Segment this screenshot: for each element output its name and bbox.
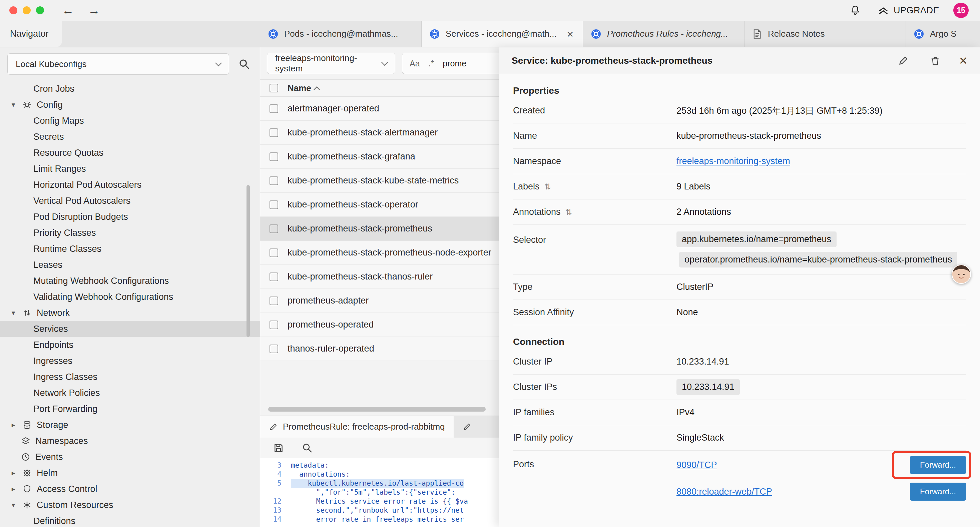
- regex-toggle[interactable]: .*: [429, 59, 434, 68]
- expand-icon[interactable]: ⇅: [544, 182, 551, 191]
- sidebar-item-network[interactable]: ▾ Network: [0, 305, 260, 321]
- row-checkbox[interactable]: [269, 320, 278, 329]
- sidebar-item-definitions[interactable]: Definitions: [0, 513, 260, 527]
- dock-tab-prometheusrule[interactable]: PrometheusRule: freeleaps-prod-rabbitmq: [260, 416, 454, 438]
- window-controls: [0, 6, 44, 14]
- sidebar-item-validating-webhook-configurations[interactable]: Validating Webhook Configurations: [0, 289, 260, 305]
- search-icon[interactable]: [299, 439, 315, 456]
- expand-icon[interactable]: ⇅: [565, 207, 572, 217]
- sidebar-item-mutating-webhook-configurations[interactable]: Mutating Webhook Configurations: [0, 273, 260, 289]
- upgrade-button[interactable]: UPGRADE: [878, 5, 939, 16]
- sidebar-item-port-forwarding[interactable]: Port Forwarding: [0, 401, 260, 417]
- back-button[interactable]: ←: [62, 4, 74, 16]
- line-number: 4: [260, 470, 291, 479]
- sidebar-item-ingress-classes[interactable]: Ingress Classes: [0, 369, 260, 385]
- tab-prometheus-rules[interactable]: Prometheus Rules - icecheng...: [583, 21, 745, 47]
- sidebar-item-pod-disruption-budgets[interactable]: Pod Disruption Budgets: [0, 209, 260, 225]
- sidebar-item-endpoints[interactable]: Endpoints: [0, 337, 260, 353]
- row-checkbox[interactable]: [269, 296, 278, 305]
- search-icon[interactable]: [236, 56, 253, 72]
- tab-release-notes[interactable]: Release Notes: [745, 21, 906, 47]
- property-row-name: Name kube-prometheus-stack-prometheus: [513, 123, 966, 149]
- forward-button[interactable]: Forward...: [910, 482, 966, 501]
- chevron-down-icon: [215, 60, 222, 66]
- notification-count-badge[interactable]: 15: [953, 3, 969, 18]
- port-link[interactable]: 9090/TCP: [676, 460, 717, 470]
- sidebar-item-config-maps[interactable]: Config Maps: [0, 113, 260, 129]
- sidebar-item-label: Port Forwarding: [33, 404, 97, 414]
- sidebar-item-label: Secrets: [33, 132, 64, 142]
- sidebar-item-label: Custom Resources: [37, 500, 113, 510]
- property-row-selector: Selector app.kubernetes.io/name=promethe…: [513, 225, 966, 274]
- port-line-9090: 9090/TCP Forward...: [676, 456, 966, 474]
- port-link[interactable]: 8080:reloader-web/TCP: [676, 487, 772, 497]
- kubeconfig-select[interactable]: Local Kubeconfigs: [7, 53, 229, 75]
- cluster-ips-badge: 10.233.14.91: [676, 379, 740, 395]
- sidebar-item-priority-classes[interactable]: Priority Classes: [0, 225, 260, 241]
- namespace-select[interactable]: freeleaps-monitoring-system: [267, 53, 395, 74]
- zoom-window-button[interactable]: [36, 6, 44, 14]
- sidebar-item-secrets[interactable]: Secrets: [0, 129, 260, 145]
- row-checkbox[interactable]: [269, 272, 278, 281]
- connection-row-ip-family-policy: IP family policy SingleStack: [513, 425, 966, 451]
- close-window-button[interactable]: [10, 6, 18, 14]
- helm-wheel-icon: [22, 468, 32, 478]
- forward-button[interactable]: Forward...: [910, 456, 966, 474]
- row-checkbox[interactable]: [269, 345, 278, 353]
- close-icon[interactable]: ×: [959, 54, 967, 68]
- service-name: alertmanager-operated: [288, 103, 379, 114]
- sidebar-item-horizontal-pod-autoscalers[interactable]: Horizontal Pod Autoscalers: [0, 177, 260, 193]
- row-checkbox[interactable]: [269, 153, 278, 161]
- sidebar-item-access-control[interactable]: ▸ Access Control: [0, 481, 260, 497]
- sidebar-item-cron-jobs[interactable]: Cron Jobs: [0, 81, 260, 97]
- row-checkbox[interactable]: [269, 248, 278, 257]
- sidebar-item-helm[interactable]: ▸ Helm: [0, 465, 260, 481]
- sidebar-item-ingresses[interactable]: Ingresses: [0, 353, 260, 369]
- sidebar-item-services[interactable]: Services: [0, 321, 260, 337]
- edit-icon[interactable]: [895, 53, 912, 69]
- type-value: ClusterIP: [676, 282, 713, 292]
- tab-argo[interactable]: Argo S: [906, 21, 980, 47]
- minimize-window-button[interactable]: [23, 6, 31, 14]
- row-checkbox[interactable]: [269, 104, 278, 113]
- sidebar-item-leases[interactable]: Leases: [0, 257, 260, 273]
- row-checkbox[interactable]: [269, 128, 278, 137]
- avatar[interactable]: [951, 264, 971, 284]
- name-column-header[interactable]: Name: [288, 83, 319, 93]
- row-checkbox[interactable]: [269, 201, 278, 209]
- sidebar-item-label: Definitions: [33, 516, 75, 526]
- sidebar-item-storage[interactable]: ▸ Storage: [0, 417, 260, 433]
- select-all-checkbox[interactable]: [269, 84, 278, 92]
- sidebar-item-namespaces[interactable]: Namespaces: [0, 433, 260, 449]
- namespace-link[interactable]: freeleaps-monitoring-system: [676, 156, 790, 166]
- sidebar-item-config[interactable]: ▾ Config: [0, 97, 260, 113]
- sidebar-item-limit-ranges[interactable]: Limit Ranges: [0, 161, 260, 177]
- sidebar-item-resource-quotas[interactable]: Resource Quotas: [0, 145, 260, 161]
- sidebar-item-runtime-classes[interactable]: Runtime Classes: [0, 241, 260, 257]
- chevron-down-icon: [381, 59, 388, 66]
- horizontal-scrollbar[interactable]: [268, 407, 488, 412]
- bell-icon[interactable]: [847, 2, 864, 19]
- sidebar-item-vertical-pod-autoscalers[interactable]: Vertical Pod Autoscalers: [0, 193, 260, 209]
- row-checkbox[interactable]: [269, 177, 278, 185]
- labels-value: 9 Labels: [676, 182, 711, 192]
- forward-button[interactable]: →: [88, 4, 100, 16]
- dock-tab-label: PrometheusRule: freeleaps-prod-rabbitmq: [283, 422, 445, 432]
- properties-heading: Properties: [513, 85, 966, 96]
- drawer-title: Service: kube-prometheus-stack-prometheu…: [512, 56, 713, 66]
- tab-services[interactable]: Services - icecheng@math... ×: [422, 21, 583, 47]
- service-name: kube-prometheus-stack-kube-state-metrics: [288, 175, 459, 186]
- sidebar-item-label: Config Maps: [33, 116, 84, 126]
- save-icon[interactable]: [270, 439, 287, 456]
- sidebar-scrollbar[interactable]: [247, 185, 250, 337]
- navigator-sidebar: Local Kubeconfigs Cron Jobs ▾: [0, 47, 260, 527]
- sidebar-item-network-policies[interactable]: Network Policies: [0, 385, 260, 401]
- row-checkbox[interactable]: [269, 224, 278, 233]
- sidebar-item-events[interactable]: Events: [0, 449, 260, 465]
- delete-icon[interactable]: [927, 53, 943, 69]
- tab-pods[interactable]: Pods - icecheng@mathmas...: [260, 21, 422, 47]
- match-case-toggle[interactable]: Aa: [410, 59, 420, 68]
- scrollbar-thumb[interactable]: [268, 407, 486, 412]
- sidebar-item-custom-resources[interactable]: ▾ Custom Resources: [0, 497, 260, 513]
- close-tab-icon[interactable]: ×: [565, 29, 575, 40]
